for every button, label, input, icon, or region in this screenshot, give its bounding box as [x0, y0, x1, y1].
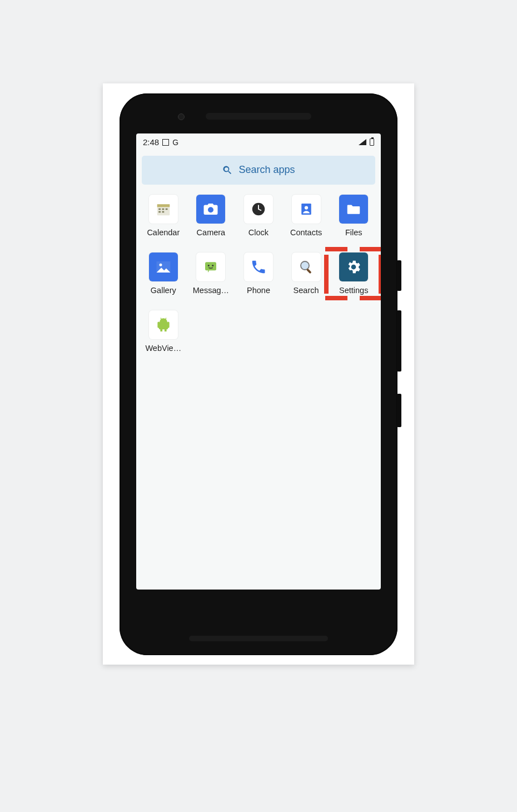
front-camera [178, 113, 185, 120]
svg-point-9 [304, 206, 307, 209]
app-label: Settings [339, 286, 368, 295]
clock-icon [244, 195, 273, 224]
svg-rect-12 [205, 262, 216, 270]
app-label: Files [345, 228, 362, 237]
earpiece [206, 113, 311, 120]
g-icon: G [172, 138, 178, 146]
svg-rect-6 [162, 211, 164, 212]
search-placeholder: Search apps [238, 164, 295, 176]
app-label: Calendar [147, 228, 180, 237]
svg-rect-5 [158, 211, 161, 212]
app-settings[interactable]: Settings [330, 252, 377, 295]
speaker-bottom [189, 636, 328, 641]
messaging-icon [196, 252, 225, 281]
app-label: Camera [197, 228, 226, 237]
gallery-icon [149, 252, 178, 281]
battery-icon [370, 138, 374, 146]
folder-icon [339, 195, 368, 224]
svg-rect-4 [166, 208, 168, 210]
svg-rect-16 [306, 268, 311, 274]
app-search[interactable]: Search [282, 252, 330, 295]
status-bar: 2:48 G [136, 133, 381, 151]
search-icon [292, 252, 321, 281]
app-clock[interactable]: Clock [235, 195, 282, 237]
app-label: Clock [248, 228, 269, 237]
app-gallery[interactable]: Gallery [140, 252, 187, 295]
calendar-icon [149, 195, 178, 224]
app-label: WebVie… [145, 344, 181, 353]
svg-rect-2 [158, 208, 161, 210]
app-messaging[interactable]: Messag… [187, 252, 235, 295]
app-camera[interactable]: Camera [187, 195, 235, 237]
app-label: Search [294, 286, 319, 295]
search-apps-bar[interactable]: Search apps [142, 156, 375, 185]
app-label: Phone [247, 286, 270, 295]
svg-point-14 [212, 265, 214, 266]
screenshot-card: 2:48 G Search apps [103, 83, 414, 665]
svg-point-15 [301, 261, 309, 270]
app-label: Gallery [151, 286, 176, 295]
svg-rect-1 [157, 204, 170, 207]
side-button [397, 260, 401, 291]
phone-icon [244, 252, 273, 281]
phone-frame: 2:48 G Search apps [120, 93, 397, 655]
app-phone[interactable]: Phone [235, 252, 282, 295]
app-grid: Calendar Camera Clock [136, 195, 381, 353]
app-webview[interactable]: WebVie… [140, 310, 187, 353]
status-right [359, 138, 374, 146]
settings-icon [339, 252, 368, 281]
square-icon [162, 139, 169, 146]
app-calendar[interactable]: Calendar [140, 195, 187, 237]
svg-point-11 [159, 263, 162, 266]
app-label: Messag… [193, 286, 229, 295]
app-label: Contacts [290, 228, 322, 237]
app-contacts[interactable]: Contacts [282, 195, 330, 237]
signal-icon [359, 139, 366, 145]
search-icon [222, 165, 233, 176]
svg-point-13 [208, 265, 210, 266]
status-left: 2:48 G [143, 137, 178, 147]
android-icon [149, 310, 178, 339]
app-files[interactable]: Files [330, 195, 377, 237]
screen: 2:48 G Search apps [136, 133, 381, 590]
camera-icon [196, 195, 225, 224]
contacts-icon [292, 195, 321, 224]
status-time: 2:48 [143, 137, 159, 147]
svg-rect-3 [162, 208, 164, 210]
power-button [397, 394, 401, 427]
volume-rocker [397, 310, 401, 372]
